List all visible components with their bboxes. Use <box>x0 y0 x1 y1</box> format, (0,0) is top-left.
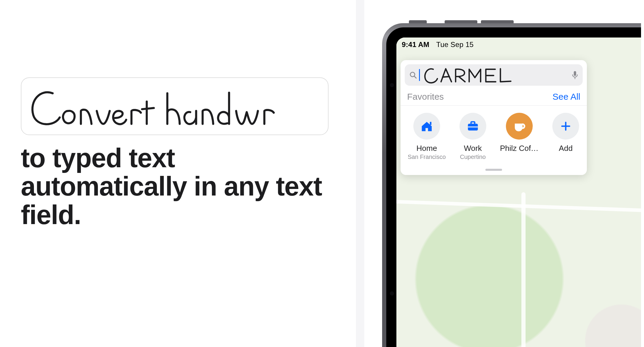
text-cursor <box>419 69 420 81</box>
handwriting-carmel <box>422 65 516 85</box>
svg-rect-4 <box>430 122 431 125</box>
panel-divider <box>356 0 364 347</box>
demo-text-field[interactable]: Convert handwr <box>21 77 329 135</box>
favorite-philz[interactable]: Philz Coff… <box>500 113 539 160</box>
favorite-label: Home <box>408 144 446 153</box>
see-all-link[interactable]: See All <box>553 92 580 102</box>
favorite-sublabel: Cupertino <box>458 154 488 160</box>
left-panel: Convert handwr to typed text automatical… <box>21 77 333 229</box>
favorite-add[interactable]: Add <box>551 113 581 160</box>
svg-line-1 <box>414 76 416 78</box>
favorites-header: Favorites See All <box>405 86 583 104</box>
favorite-label: Work <box>458 144 488 153</box>
coffee-cup-icon <box>512 118 527 134</box>
favorite-sublabel: San Francisco <box>408 154 446 160</box>
favorite-work[interactable]: Work Cupertino <box>458 113 488 160</box>
maps-search-card: CARMEL Favorites See All <box>401 60 587 175</box>
device-camera <box>390 83 394 87</box>
favorites-row: Home San Francisco <box>405 106 583 162</box>
status-date: Tue Sep 15 <box>436 40 474 49</box>
status-bar: 9:41 AM Tue Sep 15 <box>402 40 473 49</box>
svg-rect-7 <box>468 126 478 127</box>
tagline-text: to typed text automatically in any text … <box>21 144 333 229</box>
plus-icon <box>559 120 572 133</box>
status-time: 9:41 AM <box>402 40 429 49</box>
map-road <box>521 192 526 347</box>
search-input[interactable]: CARMEL <box>405 64 583 86</box>
home-icon <box>419 119 434 134</box>
device-screen: 9:41 AM Tue Sep 15 <box>396 37 641 347</box>
svg-rect-2 <box>574 71 576 76</box>
svg-rect-6 <box>471 122 475 124</box>
search-icon <box>409 71 417 79</box>
handwriting-convert <box>27 82 321 130</box>
ipad-device: 9:41 AM Tue Sep 15 <box>382 23 641 347</box>
microphone-icon[interactable] <box>571 71 579 79</box>
briefcase-icon <box>465 119 480 134</box>
card-grabber[interactable] <box>485 169 502 171</box>
favorites-title: Favorites <box>407 92 444 102</box>
favorite-label: Philz Coff… <box>500 144 539 153</box>
favorite-label: Add <box>551 144 581 153</box>
favorite-home[interactable]: Home San Francisco <box>408 113 446 160</box>
promo-stage: Convert handwr to typed text automatical… <box>0 0 644 347</box>
